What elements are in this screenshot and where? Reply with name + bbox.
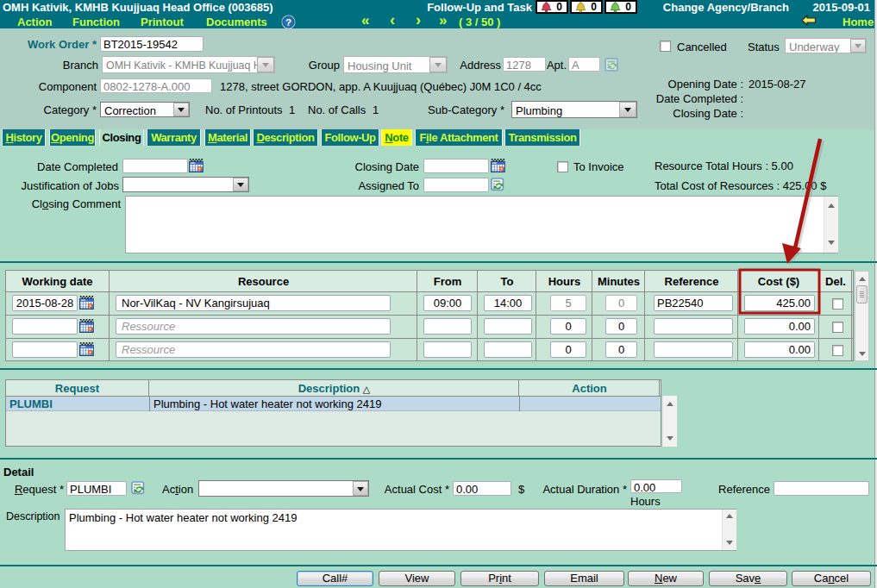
svg-text:?: ? <box>285 17 291 28</box>
